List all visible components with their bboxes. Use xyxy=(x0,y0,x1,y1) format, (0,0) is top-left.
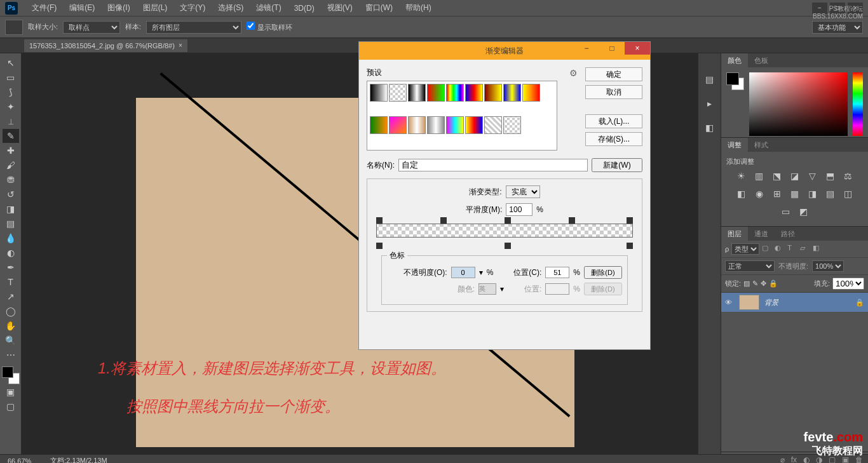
lock-all-icon[interactable]: 🔒 xyxy=(769,279,778,288)
posterize-icon[interactable]: ▤ xyxy=(825,188,836,199)
preset-swatch[interactable] xyxy=(389,84,407,102)
menu-image[interactable]: 图像(I) xyxy=(101,3,136,13)
styles-tab[interactable]: 样式 xyxy=(748,138,775,152)
layer-opacity-input[interactable]: 100% xyxy=(812,260,844,272)
fg-color-swatch[interactable] xyxy=(2,366,13,378)
smoothness-input[interactable] xyxy=(506,203,532,216)
actions-panel-icon[interactable]: ▸ xyxy=(703,97,717,111)
menu-help[interactable]: 帮助(H) xyxy=(399,3,438,13)
history-brush-tool-icon[interactable]: ↺ xyxy=(3,187,19,201)
dialog-close-icon[interactable]: × xyxy=(625,42,650,55)
opacity-stop[interactable] xyxy=(627,217,633,224)
preset-swatch[interactable] xyxy=(408,84,426,102)
properties-panel-icon[interactable]: ◧ xyxy=(703,121,717,135)
move-tool-icon[interactable]: ↖ xyxy=(3,56,19,70)
photo-filter-icon[interactable]: ◉ xyxy=(754,188,765,199)
menu-view[interactable]: 视图(V) xyxy=(321,3,359,13)
opacity-stop[interactable] xyxy=(440,217,447,224)
brightness-icon[interactable]: ☀ xyxy=(736,170,747,182)
preset-swatch[interactable] xyxy=(427,116,445,134)
menu-layer[interactable]: 图层(L) xyxy=(137,3,174,13)
invert-icon[interactable]: ◨ xyxy=(807,188,818,199)
lock-move-icon[interactable]: ✥ xyxy=(761,279,766,288)
stop-position-input[interactable] xyxy=(545,267,569,278)
blur-tool-icon[interactable]: 💧 xyxy=(3,231,19,245)
opacity-stop[interactable] xyxy=(376,217,383,224)
crop-tool-icon[interactable]: ⟂ xyxy=(3,114,19,128)
layer-row[interactable]: 👁 背景 🔒 xyxy=(721,293,868,312)
workspace-dropdown[interactable]: 基本功能 xyxy=(812,21,863,34)
hand-tool-icon[interactable]: ✋ xyxy=(3,319,19,333)
dialog-minimize-icon[interactable]: − xyxy=(574,42,599,55)
mixer-icon[interactable]: ⊞ xyxy=(771,188,783,199)
link-layers-icon[interactable]: ⌀ xyxy=(780,455,785,464)
layers-tab[interactable]: 图层 xyxy=(721,227,748,241)
preset-swatch[interactable] xyxy=(484,116,502,134)
vibrance-icon[interactable]: ▽ xyxy=(807,170,818,182)
zoom-level[interactable]: 66.67% xyxy=(8,457,31,464)
gradient-type-dropdown[interactable]: 实底 xyxy=(506,185,540,198)
cancel-button[interactable]: 取消 xyxy=(585,85,642,99)
doc-info[interactable]: 文档:2.13M/2.13M xyxy=(50,456,107,463)
color-stop[interactable] xyxy=(627,243,633,249)
preset-swatch[interactable] xyxy=(427,84,445,102)
filter-smart-icon[interactable]: ◧ xyxy=(813,244,823,254)
color-picker-swatch[interactable] xyxy=(2,366,20,384)
hue-slider[interactable] xyxy=(853,72,863,136)
ok-button[interactable]: 确定 xyxy=(585,67,642,81)
save-button[interactable]: 存储(S)... xyxy=(585,132,642,146)
channels-tab[interactable]: 通道 xyxy=(748,227,775,241)
opacity-stop[interactable] xyxy=(569,217,575,224)
menu-select[interactable]: 选择(S) xyxy=(212,3,250,13)
color-stop[interactable] xyxy=(376,243,383,249)
stop-opacity-input[interactable] xyxy=(451,267,475,278)
tool-preset-icon[interactable] xyxy=(5,20,23,35)
screenmode-icon[interactable]: ▢ xyxy=(3,399,19,413)
marquee-tool-icon[interactable]: ▭ xyxy=(3,70,19,84)
type-tool-icon[interactable]: T xyxy=(3,275,19,289)
new-button[interactable]: 新建(W) xyxy=(592,158,642,172)
preset-swatch[interactable] xyxy=(446,84,464,102)
path-tool-icon[interactable]: ↗ xyxy=(3,290,19,304)
opacity-stop[interactable] xyxy=(505,217,511,224)
balance-icon[interactable]: ⚖ xyxy=(843,170,854,182)
heal-tool-icon[interactable]: ✚ xyxy=(3,144,19,158)
preset-swatch[interactable] xyxy=(503,116,521,134)
menu-type[interactable]: 文字(Y) xyxy=(173,3,212,13)
preset-swatch[interactable] xyxy=(370,84,388,102)
gradient-tool-icon[interactable]: ▤ xyxy=(3,217,19,231)
presets-grid[interactable] xyxy=(367,81,557,151)
visibility-icon[interactable]: 👁 xyxy=(725,299,734,306)
levels-icon[interactable]: ▥ xyxy=(754,170,765,182)
brush-tool-icon[interactable]: 🖌 xyxy=(3,158,19,172)
menu-edit[interactable]: 编辑(E) xyxy=(63,3,101,13)
menu-filter[interactable]: 滤镜(T) xyxy=(250,3,287,13)
menu-window[interactable]: 窗口(W) xyxy=(359,3,399,13)
preset-swatch[interactable] xyxy=(370,116,388,134)
layer-thumbnail[interactable] xyxy=(739,295,759,310)
filter-adjust-icon[interactable]: ◐ xyxy=(775,244,785,254)
stamp-tool-icon[interactable]: ⛃ xyxy=(3,173,19,187)
preset-swatch[interactable] xyxy=(522,84,540,102)
dialog-maximize-icon[interactable]: □ xyxy=(599,42,625,55)
show-ring-checkbox-label[interactable]: 显示取样环 xyxy=(247,22,292,32)
eyedropper-tool-icon[interactable]: ✎ xyxy=(3,129,19,143)
threshold-icon[interactable]: ◫ xyxy=(843,188,854,199)
lasso-tool-icon[interactable]: ⟆ xyxy=(3,85,19,99)
fx-icon[interactable]: fx xyxy=(791,455,797,464)
lut-icon[interactable]: ▦ xyxy=(789,188,801,199)
eraser-tool-icon[interactable]: ◨ xyxy=(3,202,19,216)
menu-file[interactable]: 文件(F) xyxy=(25,3,63,13)
sample-dropdown[interactable]: 所有图层 xyxy=(146,21,241,34)
quickmask-icon[interactable]: ▣ xyxy=(3,385,19,399)
color-stop[interactable] xyxy=(505,243,511,249)
presets-gear-icon[interactable]: ⚙ xyxy=(569,68,578,78)
tab-close-icon[interactable]: × xyxy=(179,42,182,49)
zoom-tool-icon[interactable]: 🔍 xyxy=(3,333,19,347)
filter-text-icon[interactable]: T xyxy=(787,244,797,254)
fill-input[interactable]: 100% xyxy=(832,278,864,290)
preset-swatch[interactable] xyxy=(408,116,426,134)
shape-tool-icon[interactable]: ◯ xyxy=(3,304,19,318)
curves-icon[interactable]: ⬔ xyxy=(771,170,783,182)
adjustments-tab[interactable]: 调整 xyxy=(721,138,748,152)
